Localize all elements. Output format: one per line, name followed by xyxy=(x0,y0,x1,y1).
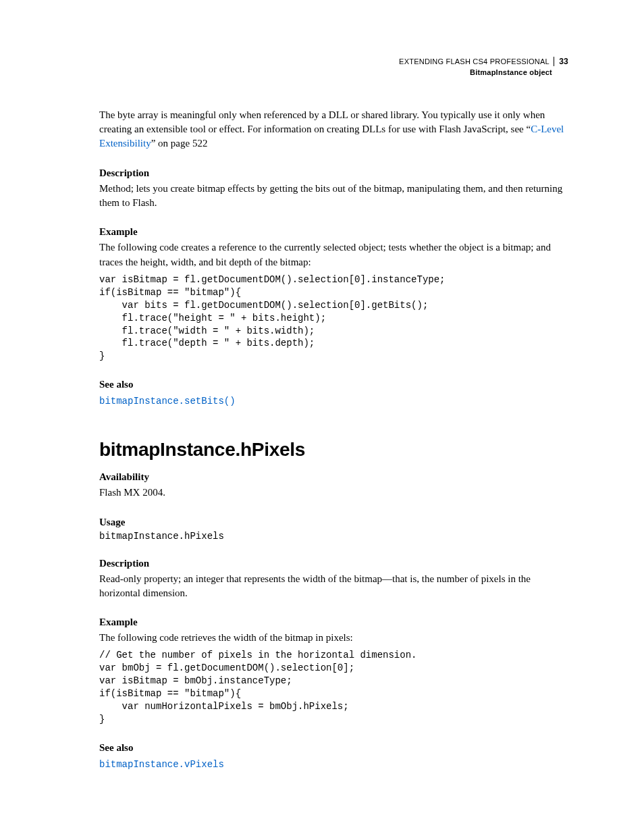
example-heading: Example xyxy=(99,226,568,238)
availability-heading: Availability xyxy=(99,471,568,483)
example-text: The following code creates a reference t… xyxy=(99,240,568,269)
intro-paragraph: The byte array is meaningful only when r… xyxy=(99,108,568,151)
description2-text: Read-only property; an integer that repr… xyxy=(99,572,568,601)
hpixels-heading: bitmapInstance.hPixels xyxy=(99,439,568,461)
example2-code-block: // Get the number of pixels in the horiz… xyxy=(99,649,568,725)
section-subtitle: BitmapInstance object xyxy=(99,68,568,77)
example-code-block: var isBitmap = fl.getDocumentDOM().selec… xyxy=(99,273,568,363)
page-number: 33 xyxy=(559,57,568,66)
description2-heading: Description xyxy=(99,558,568,569)
see-also-heading: See also xyxy=(99,379,568,390)
description-heading: Description xyxy=(99,167,568,179)
see-also2-heading: See also xyxy=(99,742,568,754)
example2-text: The following code retrieves the width o… xyxy=(99,631,568,645)
intro-text-a: The byte array is meaningful only when r… xyxy=(99,109,545,134)
intro-text-b: ” on page 522 xyxy=(151,138,208,149)
setbits-link[interactable]: bitmapInstance.setBits() xyxy=(99,396,236,407)
example2-heading: Example xyxy=(99,617,568,628)
doc-title: EXTENDING FLASH CS4 PROFESSIONAL xyxy=(399,57,554,66)
running-header: EXTENDING FLASH CS4 PROFESSIONAL 33 Bitm… xyxy=(99,57,568,77)
usage-heading: Usage xyxy=(99,517,568,528)
vpixels-link[interactable]: bitmapInstance.vPixels xyxy=(99,759,224,770)
description-text: Method; lets you create bitmap effects b… xyxy=(99,182,568,211)
page-content: EXTENDING FLASH CS4 PROFESSIONAL 33 Bitm… xyxy=(0,0,644,810)
usage-code: bitmapInstance.hPixels xyxy=(99,531,568,542)
availability-text: Flash MX 2004. xyxy=(99,486,568,500)
